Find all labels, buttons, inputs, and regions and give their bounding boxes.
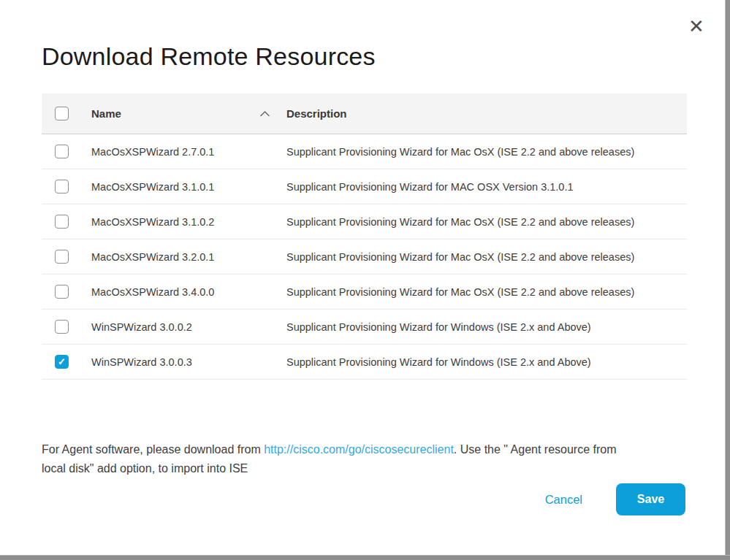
resource-name: MacOsXSPWizard 3.2.0.1 <box>91 251 214 263</box>
cancel-button[interactable]: Cancel <box>545 493 582 507</box>
sort-ascending-icon[interactable] <box>259 110 270 118</box>
resources-table: ✓ Name Description ✓ MacOsXSPWizard 2.7.… <box>42 93 687 380</box>
window-bottom-scrollbar[interactable] <box>0 555 730 560</box>
note-text-before: For Agent software, please download from <box>42 443 264 456</box>
resource-name: MacOsXSPWizard 3.4.0.0 <box>91 286 214 298</box>
table-row: ✓ WinSPWizard 3.0.0.2 Supplicant Provisi… <box>42 310 687 345</box>
cisco-secure-client-link[interactable]: http://cisco.com/go/ciscosecureclient <box>264 443 454 456</box>
resource-name: WinSPWizard 3.0.0.2 <box>91 321 192 333</box>
column-header-description[interactable]: Description <box>286 107 347 120</box>
row-checkbox[interactable]: ✓ <box>55 215 69 229</box>
row-checkbox[interactable]: ✓ <box>55 355 69 369</box>
column-header-name[interactable]: Name <box>91 107 121 120</box>
agent-software-note: For Agent software, please download from… <box>42 440 639 478</box>
close-icon[interactable]: ✕ <box>686 16 707 37</box>
table-row: ✓ MacOsXSPWizard 3.2.0.1 Supplicant Prov… <box>42 239 687 275</box>
resource-name: MacOsXSPWizard 3.1.0.1 <box>91 181 214 193</box>
row-checkbox[interactable]: ✓ <box>55 180 69 193</box>
table-row: ✓ MacOsXSPWizard 3.1.0.1 Supplicant Prov… <box>42 169 687 204</box>
table-row: ✓ MacOsXSPWizard 2.7.0.1 Supplicant Prov… <box>42 134 687 169</box>
row-checkbox[interactable]: ✓ <box>55 145 69 158</box>
row-checkbox[interactable]: ✓ <box>55 320 69 334</box>
row-checkbox[interactable]: ✓ <box>55 250 69 264</box>
table-row: ✓ MacOsXSPWizard 3.1.0.2 Supplicant Prov… <box>42 204 687 239</box>
save-button[interactable]: Save <box>616 483 685 515</box>
resource-description: Supplicant Provisioning Wizard for Mac O… <box>286 286 634 298</box>
resource-description: Supplicant Provisioning Wizard for Mac O… <box>286 251 634 263</box>
resource-description: Supplicant Provisioning Wizard for Mac O… <box>286 146 634 158</box>
table-row: ✓ MacOsXSPWizard 3.4.0.0 Supplicant Prov… <box>42 275 687 310</box>
resource-name: MacOsXSPWizard 3.1.0.2 <box>91 216 214 228</box>
table-row: ✓ WinSPWizard 3.0.0.3 Supplicant Provisi… <box>42 345 687 380</box>
resource-name: WinSPWizard 3.0.0.3 <box>91 356 192 368</box>
select-all-checkbox[interactable]: ✓ <box>55 107 69 120</box>
dialog-actions: Cancel Save <box>545 483 685 515</box>
table-header-row: ✓ Name Description <box>42 93 687 134</box>
row-checkbox[interactable]: ✓ <box>55 285 69 299</box>
checkmark-icon: ✓ <box>58 357 66 367</box>
resource-description: Supplicant Provisioning Wizard for Windo… <box>286 356 591 368</box>
resource-description: Supplicant Provisioning Wizard for Mac O… <box>286 216 634 228</box>
resource-name: MacOsXSPWizard 2.7.0.1 <box>91 146 214 158</box>
resource-description: Supplicant Provisioning Wizard for Windo… <box>286 321 591 333</box>
window-right-scrollbar[interactable] <box>725 0 730 560</box>
resource-description: Supplicant Provisioning Wizard for MAC O… <box>286 181 573 193</box>
dialog-title: Download Remote Resources <box>42 42 376 71</box>
